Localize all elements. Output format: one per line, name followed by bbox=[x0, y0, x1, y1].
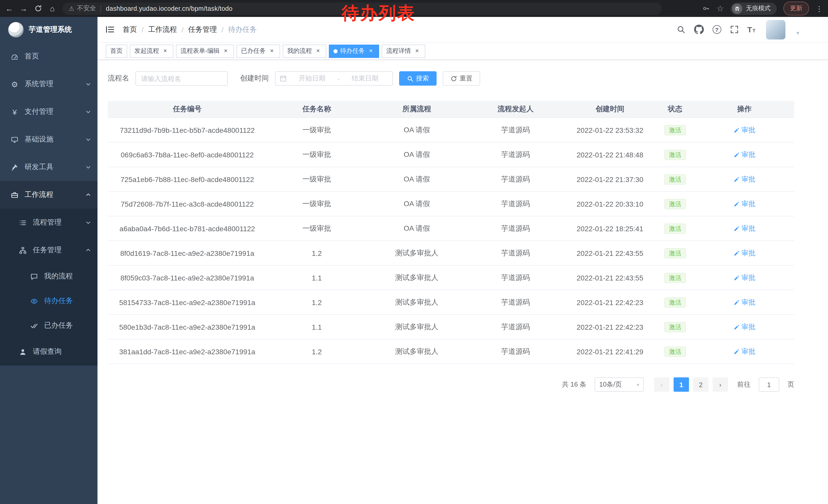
update-button[interactable]: 更新 bbox=[783, 2, 809, 15]
tab-todo-tasks[interactable]: 待办任务 × bbox=[329, 44, 379, 58]
github-icon[interactable] bbox=[694, 25, 704, 34]
sidebar-item-process-mgmt[interactable]: 流程管理 bbox=[0, 209, 97, 236]
approve-link[interactable]: 审批 bbox=[733, 347, 755, 356]
table-row: 8f0d1619-7ac8-11ec-a9e2-a2380e71991a 1.2… bbox=[108, 241, 794, 266]
sidebar-item-payment[interactable]: ¥ 支付管理 bbox=[0, 98, 97, 126]
cell-actions: 审批 bbox=[695, 150, 794, 159]
sidebar-item-my-process[interactable]: 我的流程 bbox=[0, 264, 97, 289]
approve-link[interactable]: 审批 bbox=[733, 199, 755, 209]
app-logo[interactable]: 芋道管理系统 bbox=[0, 17, 97, 43]
tab-my-process[interactable]: 我的流程 × bbox=[283, 44, 326, 58]
cell-actions: 审批 bbox=[695, 224, 794, 233]
menu-kebab-icon[interactable]: ⋮ bbox=[816, 4, 823, 12]
breadcrumb-task-mgmt[interactable]: 任务管理 bbox=[188, 25, 217, 34]
table-row: 069c6a63-7b8a-11ec-8ef0-acde48001122 一级审… bbox=[108, 142, 794, 167]
key-icon[interactable] bbox=[702, 5, 710, 12]
table-row: a6aba0a4-7b6d-11ec-b781-acde48001122 一级审… bbox=[108, 216, 794, 241]
process-name-input[interactable] bbox=[135, 71, 228, 86]
cell-created: 2022-01-21 22:43:55 bbox=[564, 249, 656, 257]
sidebar-item-done-tasks[interactable]: 已办任务 bbox=[0, 313, 97, 338]
status-badge: 激活 bbox=[664, 199, 686, 209]
table-row: 580e1b3d-7ac8-11ec-a9e2-a2380e71991a 1.1… bbox=[108, 315, 794, 339]
sidebar-item-dev-tools[interactable]: 研发工具 bbox=[0, 153, 97, 181]
refresh-icon[interactable] bbox=[32, 2, 44, 15]
approve-link[interactable]: 审批 bbox=[733, 224, 755, 233]
approve-link[interactable]: 审批 bbox=[733, 297, 755, 307]
breadcrumb-current: 待办任务 bbox=[228, 25, 257, 34]
breadcrumb-workflow[interactable]: 工作流程 bbox=[148, 25, 177, 34]
approve-link[interactable]: 审批 bbox=[733, 125, 755, 135]
reset-button[interactable]: 重置 bbox=[443, 71, 480, 86]
sidebar-item-home[interactable]: 首页 bbox=[0, 43, 97, 70]
cell-process: OA 请假 bbox=[367, 125, 467, 135]
tab-done-tasks[interactable]: 已办任务 × bbox=[237, 44, 280, 58]
approve-link[interactable]: 审批 bbox=[733, 322, 755, 331]
sidebar-toggle-icon[interactable] bbox=[106, 26, 114, 33]
approve-link[interactable]: 审批 bbox=[733, 248, 755, 258]
cell-actions: 审批 bbox=[695, 199, 794, 209]
chevron-down-icon bbox=[85, 81, 91, 87]
tab-form-edit[interactable]: 流程表单-编辑 × bbox=[176, 44, 234, 58]
col-task-id: 任务编号 bbox=[108, 104, 267, 114]
sidebar-item-workflow[interactable]: 工作流程 bbox=[0, 181, 97, 209]
end-date-placeholder: 结束日期 bbox=[342, 74, 388, 83]
back-icon[interactable]: ← bbox=[3, 2, 15, 15]
prev-page-button[interactable]: ‹ bbox=[654, 377, 669, 392]
cell-task-name: 一级审批 bbox=[267, 224, 367, 233]
help-icon[interactable]: ? bbox=[713, 25, 721, 34]
approve-link[interactable]: 审批 bbox=[733, 273, 755, 282]
table-row: 58154733-7ac8-11ec-a9e2-a2380e71991a 1.2… bbox=[108, 290, 794, 315]
page-button-1[interactable]: 1 bbox=[673, 377, 689, 392]
close-icon[interactable]: × bbox=[413, 47, 421, 55]
forward-icon[interactable]: → bbox=[17, 2, 30, 15]
approve-link[interactable]: 审批 bbox=[733, 175, 755, 184]
close-icon[interactable]: × bbox=[367, 47, 374, 55]
sidebar-item-infrastructure[interactable]: 基础设施 bbox=[0, 126, 97, 153]
table-row: 725a1eb6-7b88-11ec-8ef0-acde48001122 一级审… bbox=[108, 167, 794, 192]
date-range-input[interactable]: 开始日期 - 结束日期 bbox=[275, 71, 393, 86]
fullscreen-icon[interactable] bbox=[730, 25, 739, 34]
gear-icon: ⚙ bbox=[10, 80, 19, 88]
close-icon[interactable]: × bbox=[162, 47, 169, 55]
page-size-select[interactable]: 10条/页 ▾ bbox=[594, 377, 644, 392]
search-icon[interactable] bbox=[677, 25, 686, 34]
browser-nav: ← → ⌂ bbox=[0, 2, 58, 15]
tabs-bar: 首页 发起流程 × 流程表单-编辑 × 已办任务 × 我的流程 × bbox=[97, 43, 828, 60]
close-icon[interactable]: × bbox=[315, 47, 322, 55]
search-button[interactable]: 搜索 bbox=[399, 71, 437, 86]
avatar[interactable] bbox=[766, 20, 786, 39]
close-icon[interactable]: × bbox=[268, 47, 276, 55]
main-area: 首页 / 工作流程 / 任务管理 / 待办任务 ? bbox=[97, 17, 828, 504]
sidebar-item-task-mgmt[interactable]: 任务管理 bbox=[0, 236, 97, 264]
briefcase-icon bbox=[10, 191, 19, 199]
todo-table: 任务编号 任务名称 所属流程 流程发起人 创建时间 状态 操作 73211d9d… bbox=[108, 101, 794, 364]
avatar-caret-icon[interactable]: ▾ bbox=[796, 30, 799, 39]
tab-process-detail[interactable]: 流程详情 × bbox=[382, 44, 425, 58]
sidebar-item-todo-tasks[interactable]: 待办任务 bbox=[0, 289, 97, 313]
home-icon[interactable]: ⌂ bbox=[46, 2, 58, 15]
approve-link[interactable]: 审批 bbox=[733, 150, 755, 159]
cell-task-id: 58154733-7ac8-11ec-a9e2-a2380e71991a bbox=[108, 298, 267, 306]
cell-status: 激活 bbox=[656, 297, 695, 307]
sidebar-item-leave-query[interactable]: 请假查询 bbox=[0, 338, 97, 366]
breadcrumb-home[interactable]: 首页 bbox=[123, 25, 137, 34]
sidebar-item-system[interactable]: ⚙ 系统管理 bbox=[0, 70, 97, 98]
bookmark-star-icon[interactable]: ☆ bbox=[716, 4, 724, 13]
incognito-label: 无痕模式 bbox=[746, 4, 771, 13]
font-size-icon[interactable]: TT bbox=[747, 26, 755, 33]
next-page-button[interactable]: › bbox=[713, 377, 728, 392]
cell-actions: 审批 bbox=[695, 347, 794, 356]
page-content: 流程名 创建时间 开始日期 - 结束日期 搜索 bbox=[97, 60, 828, 504]
cell-status: 激活 bbox=[656, 149, 695, 160]
goto-unit: 页 bbox=[787, 380, 794, 389]
cell-status: 激活 bbox=[656, 174, 695, 184]
tab-start-process[interactable]: 发起流程 × bbox=[130, 44, 173, 58]
breadcrumb-separator: / bbox=[181, 26, 184, 34]
cell-starter: 芋道源码 bbox=[467, 347, 564, 356]
close-icon[interactable]: × bbox=[222, 47, 229, 55]
person-icon bbox=[18, 348, 27, 356]
page-button-2[interactable]: 2 bbox=[693, 377, 708, 392]
address-bar[interactable]: ⚠ 不安全 dashboard.yudao.iocoder.cn/bpm/tas… bbox=[63, 2, 662, 15]
tab-home[interactable]: 首页 bbox=[106, 44, 127, 58]
goto-page-input[interactable] bbox=[759, 377, 779, 392]
